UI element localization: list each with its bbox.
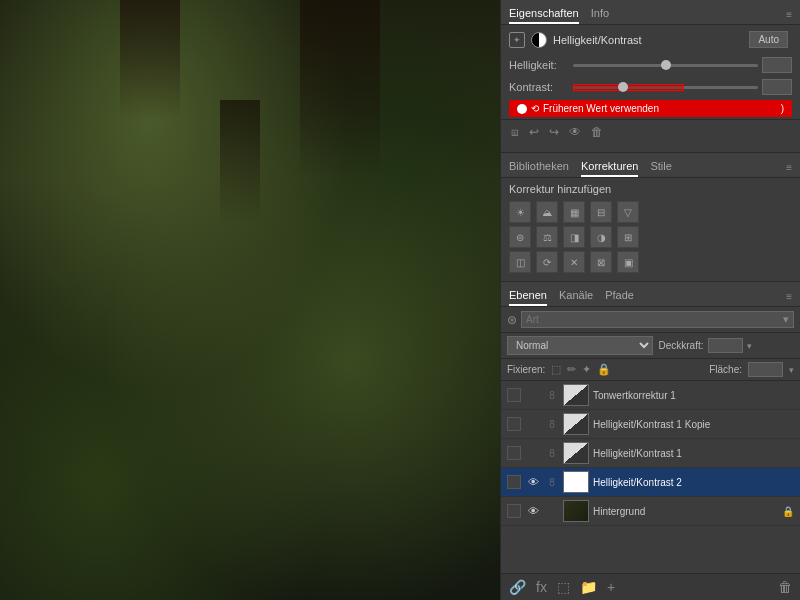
- helligkeit-label: Helligkeit:: [509, 59, 569, 71]
- tab-korrekturen[interactable]: Korrekturen: [581, 157, 638, 177]
- flaeche-label: Fläche:: [709, 364, 742, 375]
- tab-ebenen[interactable]: Ebenen: [509, 286, 547, 306]
- deckkraft-label: Deckkraft:: [659, 340, 704, 351]
- layer-item-4[interactable]: 👁 Hintergrund 🔒: [501, 497, 800, 526]
- korr-btn-2[interactable]: ▦: [563, 201, 585, 223]
- layer-checkbox-2[interactable]: [507, 446, 521, 460]
- tab-bibliotheken[interactable]: Bibliotheken: [509, 157, 569, 177]
- fix-icon-3[interactable]: ✦: [582, 363, 591, 376]
- korr-btn-14[interactable]: ▣: [617, 251, 639, 273]
- add-style-icon[interactable]: fx: [534, 578, 549, 596]
- kontrast-slider-container: [573, 80, 758, 94]
- layer-thumb-3: [563, 471, 589, 493]
- layer-name-3: Helligkeit/Kontrast 2: [593, 477, 794, 488]
- korr-btn-11[interactable]: ⟳: [536, 251, 558, 273]
- reset-icon[interactable]: ↩: [527, 124, 541, 140]
- new-layer-icon[interactable]: +: [605, 578, 617, 596]
- korr-btn-6[interactable]: ⚖: [536, 226, 558, 248]
- layer-checkbox-3[interactable]: [507, 475, 521, 489]
- layers-search-input[interactable]: [526, 314, 780, 325]
- properties-close-icon[interactable]: ≡: [786, 9, 792, 20]
- link-layers-icon[interactable]: 🔗: [507, 578, 528, 596]
- tab-kanaele[interactable]: Kanäle: [559, 286, 593, 306]
- tab-pfade[interactable]: Pfade: [605, 286, 634, 306]
- properties-tabs: Eigenschaften Info ≡: [501, 0, 800, 25]
- layer-item-3[interactable]: 👁 8 Helligkeit/Kontrast 2: [501, 468, 800, 497]
- background-lock-icon: 🔒: [782, 506, 794, 517]
- korr-btn-10[interactable]: ◫: [509, 251, 531, 273]
- tooltip-close[interactable]: ): [781, 103, 784, 114]
- helligkeit-row: Helligkeit: 0: [501, 54, 800, 76]
- layer-link-1: 8: [545, 419, 559, 430]
- search-dropdown-icon[interactable]: ▾: [783, 313, 789, 326]
- layer-name-1: Helligkeit/Kontrast 1 Kopie: [593, 419, 794, 430]
- korrektur-hinzufuegen-label: Korrektur hinzufügen: [501, 178, 800, 199]
- layer-item-2[interactable]: 8 Helligkeit/Kontrast 1: [501, 439, 800, 468]
- layer-item-1[interactable]: 8 Helligkeit/Kontrast 1 Kopie: [501, 410, 800, 439]
- eye-toolbar-icon[interactable]: 👁: [567, 124, 583, 140]
- layer-link-0: 8: [545, 390, 559, 401]
- kontrast-row: Kontrast: -46: [501, 76, 800, 98]
- layer-checkbox-4[interactable]: [507, 504, 521, 518]
- korr-btn-3[interactable]: ⊟: [590, 201, 612, 223]
- korr-btn-1[interactable]: ⛰: [536, 201, 558, 223]
- layer-name-4: Hintergrund: [593, 506, 778, 517]
- layer-item-0[interactable]: 8 Tonwertkorrektur 1: [501, 381, 800, 410]
- korr-btn-7[interactable]: ◨: [563, 226, 585, 248]
- layer-eye-2[interactable]: [525, 445, 541, 461]
- properties-toolbar: ⧆ ↩ ↪ 👁 🗑: [501, 119, 800, 144]
- layer-link-3: 8: [545, 477, 559, 488]
- layer-checkbox-0[interactable]: [507, 388, 521, 402]
- korr-btn-0[interactable]: ☀: [509, 201, 531, 223]
- auto-button[interactable]: Auto: [749, 31, 788, 48]
- helligkeit-track: [573, 64, 758, 67]
- fix-icon-4[interactable]: 🔒: [597, 363, 611, 376]
- layers-footer: 🔗 fx ⬚ 📁 + 🗑: [501, 573, 800, 600]
- panel-title: Helligkeit/Kontrast: [553, 34, 743, 46]
- tab-eigenschaften[interactable]: Eigenschaften: [509, 4, 579, 24]
- deckkraft-value[interactable]: 100%: [708, 338, 743, 353]
- layers-close-icon[interactable]: ≡: [786, 291, 792, 302]
- layer-eye-1[interactable]: [525, 416, 541, 432]
- korr-btn-12[interactable]: ✕: [563, 251, 585, 273]
- flaeche-value[interactable]: 100%: [748, 362, 783, 377]
- layers-search[interactable]: ▾: [521, 311, 794, 328]
- korr-btn-4[interactable]: ▽: [617, 201, 639, 223]
- flaeche-dropdown[interactable]: ▾: [789, 365, 794, 375]
- korr-btn-8[interactable]: ◑: [590, 226, 612, 248]
- korr-btn-13[interactable]: ⊠: [590, 251, 612, 273]
- undo-icon[interactable]: ↪: [547, 124, 561, 140]
- layer-name-0: Tonwertkorrektur 1: [593, 390, 794, 401]
- layer-thumb-0: [563, 384, 589, 406]
- new-group-icon[interactable]: 📁: [578, 578, 599, 596]
- properties-header: ✦ Helligkeit/Kontrast Auto: [501, 25, 800, 54]
- korr-btn-9[interactable]: ⊞: [617, 226, 639, 248]
- helligkeit-thumb[interactable]: [661, 60, 671, 70]
- helligkeit-value[interactable]: 0: [762, 57, 792, 73]
- korrekturen-close-icon[interactable]: ≡: [786, 162, 792, 173]
- tab-stile[interactable]: Stile: [650, 157, 671, 177]
- layer-name-2: Helligkeit/Kontrast 1: [593, 448, 794, 459]
- fix-icon-1[interactable]: ⬚: [551, 363, 561, 376]
- layer-eye-4[interactable]: 👁: [525, 503, 541, 519]
- layer-thumb-1: [563, 413, 589, 435]
- add-mask-icon[interactable]: ⬚: [555, 578, 572, 596]
- fixieren-row: Fixieren: ⬚ ✏ ✦ 🔒 Fläche: 100% ▾: [501, 359, 800, 381]
- tab-info[interactable]: Info: [591, 4, 609, 24]
- delete-layer-icon[interactable]: 🗑: [776, 578, 794, 596]
- kontrast-thumb[interactable]: [618, 82, 628, 92]
- clip-icon[interactable]: ⧆: [509, 124, 521, 140]
- canvas-image: [0, 0, 500, 600]
- blend-mode-select[interactable]: Normal: [507, 336, 653, 355]
- layer-eye-0[interactable]: [525, 387, 541, 403]
- kontrast-value[interactable]: -46: [762, 79, 792, 95]
- korr-btn-5[interactable]: ⊜: [509, 226, 531, 248]
- trash-icon[interactable]: 🗑: [589, 124, 605, 140]
- layer-eye-3[interactable]: 👁: [525, 474, 541, 490]
- layer-checkbox-1[interactable]: [507, 417, 521, 431]
- filter-icon: ⊛: [507, 313, 517, 327]
- fix-icon-2[interactable]: ✏: [567, 363, 576, 376]
- tooltip-icon: ⟲: [531, 103, 539, 114]
- deckkraft-dropdown[interactable]: ▾: [747, 341, 752, 351]
- helligkeit-slider-container: [573, 58, 758, 72]
